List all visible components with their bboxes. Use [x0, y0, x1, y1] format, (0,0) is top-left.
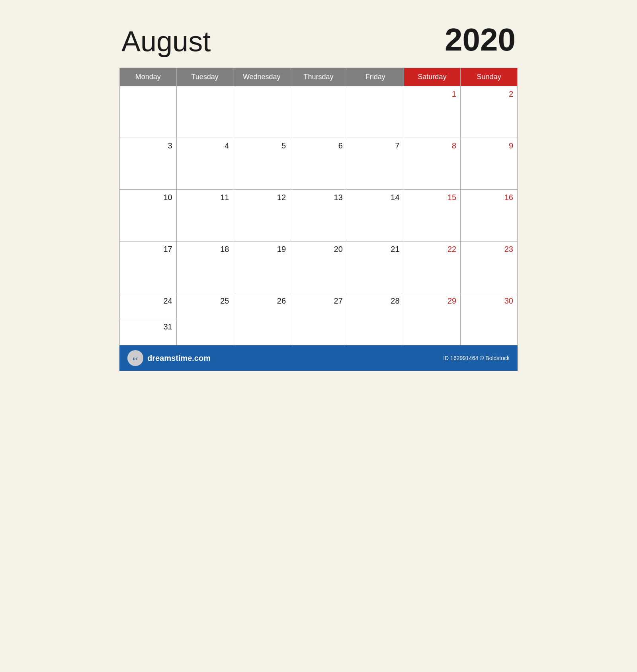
day-cell-1: 1	[404, 86, 461, 138]
header-tuesday: Tuesday	[176, 68, 233, 86]
day-cell-15: 15	[404, 190, 461, 242]
header-monday: Monday	[120, 68, 177, 86]
calendar-grid: Monday Tuesday Wednesday Thursday Friday…	[119, 68, 518, 345]
watermark-left: DT dreamstime.com	[127, 350, 211, 366]
header-thursday: Thursday	[290, 68, 347, 86]
day-cell-25: 25	[176, 293, 233, 345]
day-cell-18: 18	[176, 242, 233, 293]
day-cell-20: 20	[290, 242, 347, 293]
day-cell-empty	[347, 86, 404, 138]
watermark-url: dreamstime.com	[147, 354, 211, 363]
calendar-container: August 2020 Monday Tuesday Wednesday Thu…	[119, 24, 518, 345]
header-friday: Friday	[347, 68, 404, 86]
calendar-header: August 2020	[119, 24, 518, 56]
header-sunday: Sunday	[461, 68, 518, 86]
header-saturday: Saturday	[404, 68, 461, 86]
day-cell-28: 28	[347, 293, 404, 345]
day-cell-16: 16	[461, 190, 518, 242]
day-cell-24: 24 31	[120, 293, 177, 345]
week-row-5: 24 31 25 26 27 28 29 30	[120, 293, 518, 345]
svg-text:DT: DT	[133, 357, 138, 361]
day-cell-19: 19	[233, 242, 290, 293]
day-cell-2: 2	[461, 86, 518, 138]
week-row-2: 3 4 5 6 7 8 9	[120, 138, 518, 190]
year-title: 2020	[445, 24, 516, 56]
day-cell-27: 27	[290, 293, 347, 345]
day-cell-3: 3	[120, 138, 177, 190]
day-cell-13: 13	[290, 190, 347, 242]
day-cell-5: 5	[233, 138, 290, 190]
day-cell-empty	[290, 86, 347, 138]
day-cell-9: 9	[461, 138, 518, 190]
day-cell-26: 26	[233, 293, 290, 345]
day-cell-8: 8	[404, 138, 461, 190]
day-cell-21: 21	[347, 242, 404, 293]
day-cell-17: 17	[120, 242, 177, 293]
day-cell-12: 12	[233, 190, 290, 242]
week-row-4: 17 18 19 20 21 22 23	[120, 242, 518, 293]
day-headers-row: Monday Tuesday Wednesday Thursday Friday…	[120, 68, 518, 86]
week-row-3: 10 11 12 13 14 15 16	[120, 190, 518, 242]
day-cell-4: 4	[176, 138, 233, 190]
dreamstime-logo: DT	[127, 350, 143, 366]
watermark-bar: DT dreamstime.com ID 162991464 © Boldsto…	[119, 345, 518, 371]
day-cell-empty	[120, 86, 177, 138]
day-cell-23: 23	[461, 242, 518, 293]
day-cell-29: 29	[404, 293, 461, 345]
month-title: August	[121, 27, 211, 56]
day-cell-22: 22	[404, 242, 461, 293]
week-row-1: 1 2	[120, 86, 518, 138]
day-cell-empty	[176, 86, 233, 138]
watermark-id: ID 162991464 © Boldstock	[443, 355, 510, 361]
header-wednesday: Wednesday	[233, 68, 290, 86]
day-cell-11: 11	[176, 190, 233, 242]
day-cell-6: 6	[290, 138, 347, 190]
day-cell-30: 30	[461, 293, 518, 345]
day-cell-empty	[233, 86, 290, 138]
day-cell-14: 14	[347, 190, 404, 242]
day-cell-10: 10	[120, 190, 177, 242]
day-cell-7: 7	[347, 138, 404, 190]
